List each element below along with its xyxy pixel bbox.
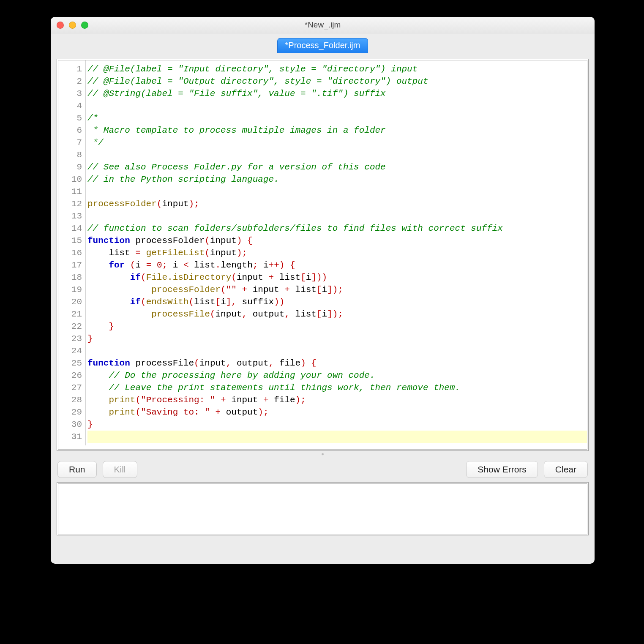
button-bar: Run Kill Show Errors Clear — [57, 457, 589, 482]
clear-button[interactable]: Clear — [544, 461, 588, 478]
show-errors-button[interactable]: Show Errors — [466, 461, 538, 478]
tab-label: *Process_Folder.ijm — [285, 41, 360, 50]
kill-button[interactable]: Kill — [103, 461, 137, 478]
zoom-icon[interactable] — [81, 22, 88, 29]
line-number-gutter: 1234567891011121314151617181920212223242… — [58, 60, 86, 445]
output-frame — [57, 482, 589, 535]
tab-active[interactable]: *Process_Folder.ijm — [277, 38, 368, 53]
split-handle-icon[interactable]: ● — [57, 451, 589, 457]
code-content[interactable]: // @File(label = "Input directory", styl… — [86, 60, 587, 445]
close-icon[interactable] — [57, 22, 64, 29]
run-button[interactable]: Run — [57, 461, 97, 478]
window-title: *New_.ijm — [51, 20, 595, 30]
editor-frame: 1234567891011121314151617181920212223242… — [57, 59, 589, 451]
editor-window: *New_.ijm *Process_Folder.ijm 1234567891… — [51, 17, 595, 564]
code-editor[interactable]: 1234567891011121314151617181920212223242… — [58, 60, 587, 450]
tab-bar: *Process_Folder.ijm — [51, 33, 595, 53]
titlebar: *New_.ijm — [51, 17, 595, 33]
output-console[interactable] — [58, 483, 587, 535]
window-controls — [57, 22, 88, 29]
minimize-icon[interactable] — [69, 22, 76, 29]
